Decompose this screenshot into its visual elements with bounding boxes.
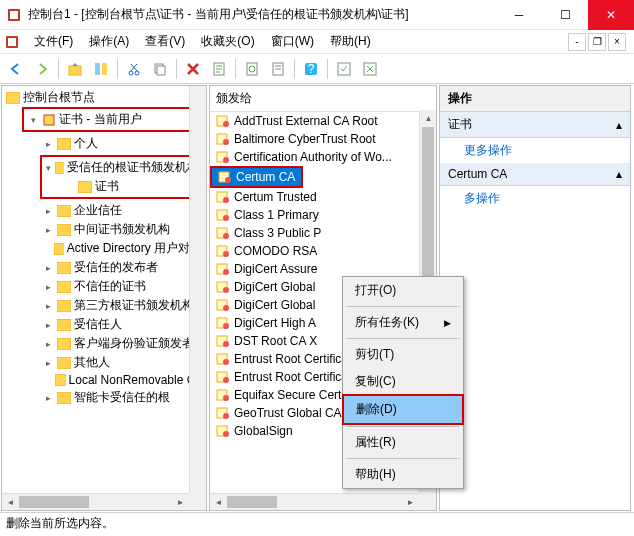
ctx-copy[interactable]: 复制(C) (343, 368, 463, 395)
actions-section-cert[interactable]: 证书 ▴ (440, 112, 630, 138)
tree-root[interactable]: 控制台根节点 (4, 88, 204, 107)
expander-icon[interactable]: ▾ (27, 114, 39, 126)
window-title: 控制台1 - [控制台根节点\证书 - 当前用户\受信任的根证书颁发机构\证书] (28, 6, 496, 23)
collapse-icon: ▴ (616, 118, 622, 132)
tree-intermediate[interactable]: ▸中间证书颁发机构 (40, 220, 204, 239)
list-item[interactable]: Class 3 Public P (210, 224, 436, 242)
expander-icon[interactable]: ▸ (42, 338, 54, 350)
expander-icon[interactable]: ▸ (42, 300, 54, 312)
list-item-label: Certum Trusted (234, 190, 317, 204)
expander-icon[interactable]: ▸ (42, 357, 54, 369)
certificate-icon (216, 262, 230, 276)
expander-icon[interactable]: ▸ (42, 138, 54, 150)
ctx-cut[interactable]: 剪切(T) (343, 341, 463, 368)
expander-icon[interactable]: ▸ (42, 392, 54, 404)
svg-point-48 (223, 233, 229, 239)
list-item[interactable]: Certum CA (212, 168, 301, 186)
minimize-button[interactable]: ─ (496, 0, 542, 30)
ctx-open[interactable]: 打开(O) (343, 277, 463, 304)
tree-smart-card[interactable]: ▸智能卡受信任的根 (40, 388, 204, 407)
export-button[interactable] (266, 57, 290, 81)
list-header[interactable]: 颁发给 (210, 86, 436, 112)
list-item-label: Class 3 Public P (234, 226, 321, 240)
refresh-button[interactable] (240, 57, 264, 81)
list-item[interactable]: Certification Authority of Wo... (210, 148, 436, 166)
list-item[interactable]: Baltimore CyberTrust Root (210, 130, 436, 148)
scrollbar-vertical[interactable] (189, 86, 206, 493)
ctx-help[interactable]: 帮助(H) (343, 461, 463, 488)
scrollbar-horizontal[interactable]: ◄► (210, 493, 419, 510)
show-hide-button[interactable] (89, 57, 113, 81)
svg-rect-31 (57, 338, 71, 350)
copy-button[interactable] (148, 57, 172, 81)
tree-ad[interactable]: ▸Active Directory 用户对象 (40, 239, 204, 258)
maximize-button[interactable]: ☐ (542, 0, 588, 30)
certificate-icon (216, 406, 230, 420)
certificate-icon (216, 226, 230, 240)
tree-local-nr[interactable]: ▸Local NonRemovable Ce (40, 372, 204, 388)
expander-icon[interactable]: ▸ (42, 262, 54, 274)
delete-button[interactable] (181, 57, 205, 81)
tree-third-party[interactable]: ▸第三方根证书颁发机构 (40, 296, 204, 315)
list-item-label: DigiCert Global (234, 298, 315, 312)
menu-action[interactable]: 操作(A) (81, 30, 137, 53)
tree-personal[interactable]: ▸个人 (40, 134, 204, 153)
tree-trusted-root[interactable]: ▾受信任的根证书颁发机构 (43, 158, 201, 177)
expander-icon[interactable]: ▾ (45, 162, 52, 174)
expander-icon[interactable]: ▸ (42, 319, 54, 331)
svg-point-38 (223, 139, 229, 145)
scrollbar-horizontal[interactable]: ◄► (2, 493, 189, 510)
mdi-close-button[interactable]: × (608, 33, 626, 51)
tree-others[interactable]: ▸其他人 (40, 353, 204, 372)
tree-certs[interactable]: ▸证书 (61, 177, 201, 196)
tree-cert-user[interactable]: ▾ 证书 - 当前用户 (25, 110, 201, 129)
tree-trusted-pub[interactable]: ▸受信任的发布者 (40, 258, 204, 277)
cut-button[interactable] (122, 57, 146, 81)
statusbar-text: 删除当前所选内容。 (6, 515, 114, 532)
list-item-label: DigiCert Global (234, 280, 315, 294)
actions-section-certum[interactable]: Certum CA ▴ (440, 163, 630, 186)
context-menu: 打开(O) 所有任务(K)▶ 剪切(T) 复制(C) 删除(D) 属性(R) 帮… (342, 276, 464, 489)
list-item[interactable]: COMODO RSA (210, 242, 436, 260)
more-actions-link[interactable]: 更多操作 (440, 138, 630, 163)
action1-button[interactable] (332, 57, 356, 81)
forward-button[interactable] (30, 57, 54, 81)
svg-point-58 (223, 323, 229, 329)
svg-rect-22 (55, 162, 64, 174)
back-button[interactable] (4, 57, 28, 81)
svg-rect-30 (57, 319, 71, 331)
svg-rect-1 (10, 11, 18, 19)
mdi-restore-button[interactable]: ❐ (588, 33, 606, 51)
list-item[interactable]: Class 1 Primary (210, 206, 436, 224)
tree-untrusted[interactable]: ▸不信任的证书 (40, 277, 204, 296)
expander-icon[interactable]: ▸ (42, 224, 54, 236)
list-item[interactable]: Certum Trusted (210, 188, 436, 206)
up-button[interactable] (63, 57, 87, 81)
list-item[interactable]: AddTrust External CA Root (210, 112, 436, 130)
menu-favorites[interactable]: 收藏夹(O) (193, 30, 262, 53)
expander-icon[interactable]: ▸ (42, 281, 54, 293)
tree-cert-user-label: 证书 - 当前用户 (59, 111, 142, 128)
tree-enterprise[interactable]: ▸企业信任 (40, 201, 204, 220)
menubar: 文件(F) 操作(A) 查看(V) 收藏夹(O) 窗口(W) 帮助(H) - ❐… (0, 30, 634, 54)
ctx-all-tasks[interactable]: 所有任务(K)▶ (343, 309, 463, 336)
certificate-icon (216, 208, 230, 222)
tree-client-auth[interactable]: ▸客户端身份验证颁发者 (40, 334, 204, 353)
ctx-delete[interactable]: 删除(D) (344, 396, 462, 423)
properties-button[interactable] (207, 57, 231, 81)
certificate-icon (216, 424, 230, 438)
close-button[interactable]: ✕ (588, 0, 634, 30)
tree-trusted-people[interactable]: ▸受信任人 (40, 315, 204, 334)
expander-icon[interactable]: ▸ (42, 205, 54, 217)
svg-point-60 (223, 341, 229, 347)
menu-window[interactable]: 窗口(W) (263, 30, 322, 53)
menu-file[interactable]: 文件(F) (26, 30, 81, 53)
menu-help[interactable]: 帮助(H) (322, 30, 379, 53)
statusbar: 删除当前所选内容。 (0, 512, 634, 534)
help-button[interactable]: ? (299, 57, 323, 81)
ctx-properties[interactable]: 属性(R) (343, 429, 463, 456)
mdi-minimize-button[interactable]: - (568, 33, 586, 51)
action2-button[interactable] (358, 57, 382, 81)
menu-view[interactable]: 查看(V) (137, 30, 193, 53)
more-actions-link-2[interactable]: 多操作 (440, 186, 630, 211)
